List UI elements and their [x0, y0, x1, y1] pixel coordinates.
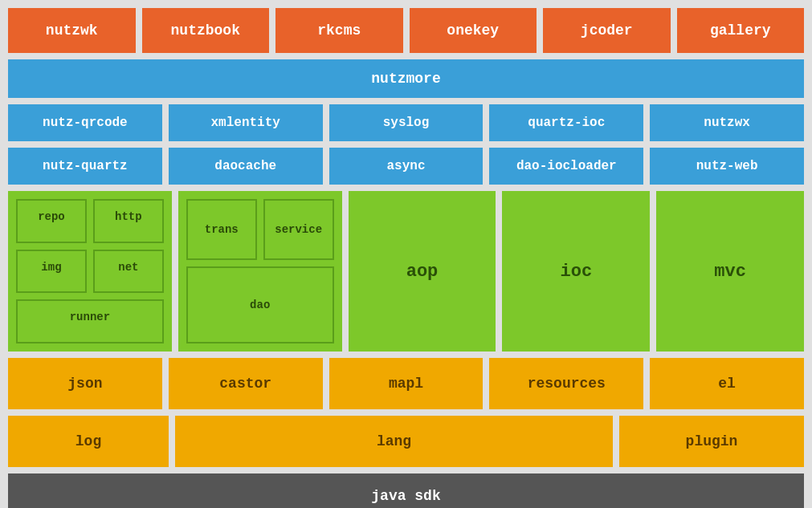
blue-nutz-quartz[interactable]: nutz-quartz — [8, 148, 162, 185]
blue-row-1: nutz-qrcode xmlentity syslog quartz-ioc … — [8, 104, 804, 141]
green-dao[interactable]: dao — [186, 266, 334, 343]
green-mvc[interactable]: mvc — [656, 191, 804, 352]
top-box-rkcms[interactable]: rkcms — [275, 8, 403, 53]
green-trans[interactable]: trans — [186, 199, 257, 260]
green-col1: repo http img net runner — [8, 191, 172, 352]
log-row: log lang plugin — [8, 416, 804, 467]
yellow-resources[interactable]: resources — [489, 358, 643, 409]
green-service[interactable]: service — [263, 199, 334, 260]
top-box-nutzwk[interactable]: nutzwk — [8, 8, 136, 53]
green-http[interactable]: http — [93, 199, 164, 243]
blue-nutzwx[interactable]: nutzwx — [650, 104, 804, 141]
top-box-jcoder[interactable]: jcoder — [543, 8, 671, 53]
top-row: nutzwk nutzbook rkcms onekey jcoder gall… — [8, 8, 804, 53]
java-sdk-row: java sdk — [8, 473, 804, 508]
yellow-el[interactable]: el — [650, 358, 804, 409]
blue-xmlentity[interactable]: xmlentity — [169, 104, 323, 141]
nutzmore-box[interactable]: nutzmore — [8, 59, 804, 98]
lang-box[interactable]: lang — [175, 416, 613, 467]
green-aop[interactable]: aop — [349, 191, 496, 352]
yellow-mapl[interactable]: mapl — [329, 358, 484, 409]
green-inner-grid: repo http img net runner — [16, 199, 164, 343]
green-img[interactable]: img — [16, 250, 87, 294]
top-box-onekey[interactable]: onekey — [410, 8, 537, 53]
plugin-box[interactable]: plugin — [619, 416, 804, 467]
log-box[interactable]: log — [8, 416, 169, 467]
green-col2-top: trans service — [186, 199, 334, 260]
blue-nutz-qrcode[interactable]: nutz-qrcode — [8, 104, 162, 141]
top-box-nutzbook[interactable]: nutzbook — [142, 8, 270, 53]
blue-dao-iocloader[interactable]: dao-iocloader — [489, 148, 643, 185]
yellow-castor[interactable]: castor — [169, 358, 323, 409]
java-sdk-box[interactable]: java sdk — [8, 473, 804, 508]
green-ioc[interactable]: ioc — [502, 191, 650, 352]
yellow-json[interactable]: json — [8, 358, 162, 409]
blue-syslog[interactable]: syslog — [329, 104, 484, 141]
blue-async[interactable]: async — [329, 148, 484, 185]
green-repo[interactable]: repo — [16, 199, 87, 243]
green-col2: trans service dao — [178, 191, 342, 352]
blue-nutz-web[interactable]: nutz-web — [650, 148, 804, 185]
top-box-gallery[interactable]: gallery — [677, 8, 805, 53]
blue-quartz-ioc[interactable]: quartz-ioc — [489, 104, 643, 141]
green-runner[interactable]: runner — [16, 299, 164, 343]
blue-daocache[interactable]: daocache — [169, 148, 323, 185]
nutzmore-row: nutzmore — [8, 59, 804, 98]
main-container: nutzwk nutzbook rkcms onekey jcoder gall… — [8, 8, 804, 508]
green-row: repo http img net runner trans service d… — [8, 191, 804, 352]
green-net[interactable]: net — [93, 250, 164, 294]
yellow-row: json castor mapl resources el — [8, 358, 804, 409]
blue-row-2: nutz-quartz daocache async dao-iocloader… — [8, 148, 804, 185]
